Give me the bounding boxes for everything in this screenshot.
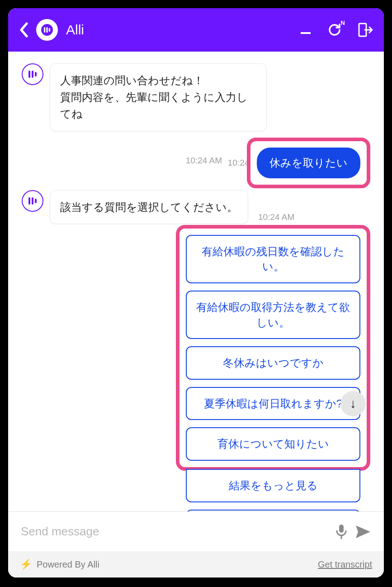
microphone-icon	[335, 524, 348, 540]
svg-rect-8	[35, 72, 37, 76]
svg-rect-10	[32, 197, 33, 205]
option-button[interactable]: 有給休暇の取得方法を教えて欲しい。	[186, 291, 360, 339]
highlight-user-reply: 休みを取りたい	[247, 138, 370, 188]
option-none-button[interactable]: 該当する質問がありません。	[186, 510, 360, 512]
svg-rect-11	[35, 199, 37, 203]
option-more-button[interactable]: 結果をもっと見る	[186, 469, 360, 502]
bot-bubble: 人事関連の問い合わせだね！ 質問内容を、先輩に聞くように入力してね	[50, 63, 267, 131]
svg-rect-6	[28, 71, 30, 78]
bolt-icon: ⚡	[20, 558, 32, 570]
user-bubble: 休みを取りたい	[257, 148, 360, 178]
minimize-icon	[299, 23, 312, 37]
svg-rect-1	[44, 27, 45, 33]
header-right: N	[299, 22, 373, 38]
bot-avatar	[22, 63, 43, 85]
svg-rect-4	[301, 32, 311, 34]
refresh-button[interactable]: N	[327, 22, 342, 38]
refresh-icon	[327, 22, 342, 38]
option-button[interactable]: 冬休みはいつですか	[186, 346, 360, 380]
alli-avatar-icon	[27, 68, 38, 80]
header-left: Alli	[19, 19, 84, 41]
minimize-button[interactable]	[299, 23, 312, 37]
get-transcript-link[interactable]: Get transcript	[318, 559, 372, 570]
user-time-1: 10:24 AM	[186, 156, 222, 166]
svg-rect-2	[46, 27, 47, 33]
options-container: 有給休暇の残日数を確認したい。 有給休暇の取得方法を教えて欲しい。 冬休みはいつ…	[176, 225, 370, 511]
chat-header: Alli N	[8, 8, 384, 52]
svg-rect-7	[32, 71, 33, 78]
highlight-options: 有給休暇の残日数を確認したい。 有給休暇の取得方法を教えて欲しい。 冬休みはいつ…	[176, 225, 370, 471]
chat-footer: ⚡ Powered By Alli Get transcript	[8, 551, 384, 577]
bot-bubble-2: 該当する質問を選択してください。	[50, 190, 248, 224]
bot-avatar	[22, 190, 43, 212]
extra-options: 結果をもっと見る 該当する質問がありません。	[176, 480, 370, 511]
svg-rect-12	[339, 525, 344, 533]
message-input[interactable]	[21, 525, 328, 539]
alli-logo-icon	[41, 24, 53, 36]
mic-button[interactable]	[335, 524, 348, 540]
chat-body: 人事関連の問い合わせだね！ 質問内容を、先輩に聞くように入力してね 10:24 …	[8, 52, 384, 511]
scroll-down-button[interactable]: ↓	[340, 391, 366, 416]
input-bar	[8, 511, 384, 551]
exit-icon	[357, 22, 373, 38]
option-button[interactable]: 育休について知りたい	[186, 427, 360, 461]
svg-rect-9	[28, 197, 30, 205]
exit-button[interactable]	[357, 22, 373, 38]
chat-window: Alli N	[8, 8, 384, 577]
app-title: Alli	[66, 22, 84, 38]
bot-message-row-2: 該当する質問を選択してください。 10:24 AM	[22, 190, 370, 224]
option-button[interactable]: 有給休暇の残日数を確認したい。	[186, 235, 360, 283]
chevron-left-icon	[19, 22, 28, 38]
arrow-down-icon: ↓	[350, 396, 356, 411]
alli-avatar-icon	[27, 195, 38, 207]
powered-by-label: Powered By Alli	[37, 559, 99, 570]
send-icon	[355, 525, 371, 539]
highlighted-options-list: 有給休暇の残日数を確認したい。 有給休暇の取得方法を教えて欲しい。 冬休みはいつ…	[186, 235, 360, 461]
send-button[interactable]	[355, 525, 371, 539]
app-logo	[36, 19, 58, 41]
back-button[interactable]	[19, 22, 28, 38]
svg-rect-3	[49, 28, 50, 32]
bot-message-row: 人事関連の問い合わせだね！ 質問内容を、先輩に聞くように入力してね	[22, 63, 370, 131]
bot-time-2: 10:24 AM	[258, 212, 294, 222]
option-button[interactable]: 夏季休暇は何日取れますか?	[186, 387, 360, 420]
